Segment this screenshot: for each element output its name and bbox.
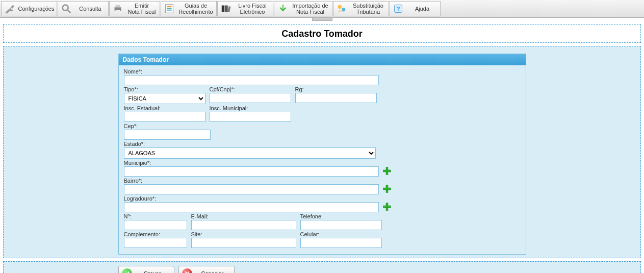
gravar-button[interactable]: Gravar	[118, 266, 174, 273]
panel-header: Dados Tomador	[119, 54, 526, 65]
ajuda-label: Ajuda	[406, 6, 438, 12]
svg-point-0	[63, 5, 68, 11]
site-input[interactable]	[191, 238, 296, 248]
celular-label: Celular:	[300, 231, 382, 237]
cep-input[interactable]	[124, 130, 211, 140]
plus-icon	[382, 184, 392, 193]
svg-rect-17	[383, 170, 390, 172]
guias-label: Guias de Recolhimento	[177, 3, 214, 15]
tipo-label: Tipo*:	[124, 86, 205, 92]
check-circle-icon	[122, 268, 132, 273]
rg-input[interactable]	[295, 93, 377, 103]
nome-input[interactable]	[124, 75, 379, 85]
municipio-label: Municipio*:	[124, 160, 379, 166]
help-icon: ?	[392, 3, 404, 15]
estado-select[interactable]: ALAGOAS	[124, 147, 376, 159]
logradouro-label: Logradouro*:	[124, 195, 379, 202]
svg-rect-21	[383, 206, 390, 208]
telefone-label: Telefone:	[300, 213, 382, 219]
insc-estadual-label: Insc. Estadual:	[124, 105, 205, 111]
svg-rect-10	[225, 6, 228, 12]
add-bairro-button[interactable]	[382, 184, 392, 194]
guias-button[interactable]: Guias de Recolhimento	[161, 1, 217, 16]
numero-input[interactable]	[124, 220, 187, 230]
add-logradouro-button[interactable]	[382, 202, 392, 212]
insc-municipal-input[interactable]	[210, 112, 291, 122]
telefone-input[interactable]	[300, 220, 382, 230]
wrench-icon	[4, 3, 16, 15]
gravar-label: Gravar	[136, 270, 169, 273]
cep-label: Cep*:	[124, 123, 211, 129]
panel-body: Nome*: Tipo*: FÍSICA Cpf/Cnpj*: Rg:	[119, 65, 526, 254]
emitir-button[interactable]: Emitir Nota Fiscal	[109, 1, 160, 16]
cancelar-label: Cancelar	[196, 270, 229, 273]
livro-button[interactable]: Livro Fiscal Eletrônico	[217, 1, 273, 16]
complemento-input[interactable]	[124, 238, 187, 248]
svg-rect-3	[115, 5, 120, 8]
tipo-select[interactable]: FÍSICA	[124, 93, 205, 104]
cpfcnpj-label: Cpf/Cnpj*:	[210, 86, 291, 92]
svg-rect-19	[383, 188, 390, 190]
plus-icon	[382, 202, 392, 211]
page-title: Cadastro Tomador	[4, 26, 640, 40]
insc-municipal-label: Insc. Municipal:	[210, 105, 291, 111]
municipio-input[interactable]	[124, 166, 379, 177]
download-arrow-icon	[276, 3, 289, 15]
email-input[interactable]	[191, 220, 296, 230]
form-region: Dados Tomador Nome*: Tipo*: FÍSICA Cpf/C…	[3, 46, 641, 258]
ajuda-button[interactable]: ? Ajuda	[390, 1, 441, 16]
importacao-label: Importação de Nota Fiscal	[291, 3, 330, 15]
bairro-input[interactable]	[124, 184, 379, 194]
svg-point-13	[342, 8, 345, 11]
panel-grip[interactable]	[312, 18, 332, 21]
logradouro-input[interactable]	[124, 202, 379, 212]
cancelar-button[interactable]: Cancelar	[178, 266, 235, 273]
config-label: Configurações	[18, 6, 55, 12]
importacao-button[interactable]: Importação de Nota Fiscal	[274, 1, 332, 16]
insc-estadual-input[interactable]	[124, 112, 205, 122]
user-swap-icon	[336, 3, 348, 15]
livro-label: Livro Fiscal Eletrônico	[234, 3, 271, 15]
title-region: Cadastro Tomador	[3, 24, 641, 43]
config-button[interactable]: Configurações	[1, 1, 57, 16]
emitir-label: Emitir Nota Fiscal	[126, 3, 158, 15]
form-panel: Dados Tomador Nome*: Tipo*: FÍSICA Cpf/C…	[118, 54, 526, 255]
svg-line-1	[68, 10, 71, 13]
svg-rect-4	[115, 10, 120, 13]
main-toolbar: Configurações Consulta Emitir Nota Fisca…	[0, 0, 644, 18]
magnifier-icon	[60, 3, 72, 15]
celular-input[interactable]	[300, 238, 382, 248]
substituicao-label: Substituição Tributária	[350, 3, 387, 15]
printer-icon	[112, 3, 124, 15]
nome-label: Nome*:	[124, 68, 379, 75]
document-list-icon	[163, 3, 175, 15]
consulta-button[interactable]: Consulta	[58, 1, 109, 16]
consulta-label: Consulta	[74, 6, 106, 12]
books-icon	[220, 3, 232, 15]
email-label: E-Mail:	[191, 213, 296, 219]
svg-text:?: ?	[396, 5, 400, 12]
complemento-label: Complemento:	[124, 231, 187, 237]
plus-icon	[382, 166, 392, 176]
rg-label: Rg:	[295, 86, 377, 92]
cpfcnpj-input[interactable]	[210, 93, 291, 103]
x-circle-icon	[182, 268, 192, 273]
svg-rect-9	[222, 6, 225, 12]
site-label: Site:	[191, 231, 296, 237]
svg-rect-11	[228, 6, 231, 12]
estado-label: Estado*:	[124, 141, 376, 147]
numero-label: Nº:	[124, 213, 187, 219]
action-bar: Gravar Cancelar	[3, 261, 641, 273]
add-municipio-button[interactable]	[382, 166, 392, 176]
substituicao-button[interactable]: Substituição Tributária	[333, 1, 389, 16]
bairro-label: Bairro*:	[124, 178, 379, 184]
svg-point-12	[338, 5, 342, 9]
